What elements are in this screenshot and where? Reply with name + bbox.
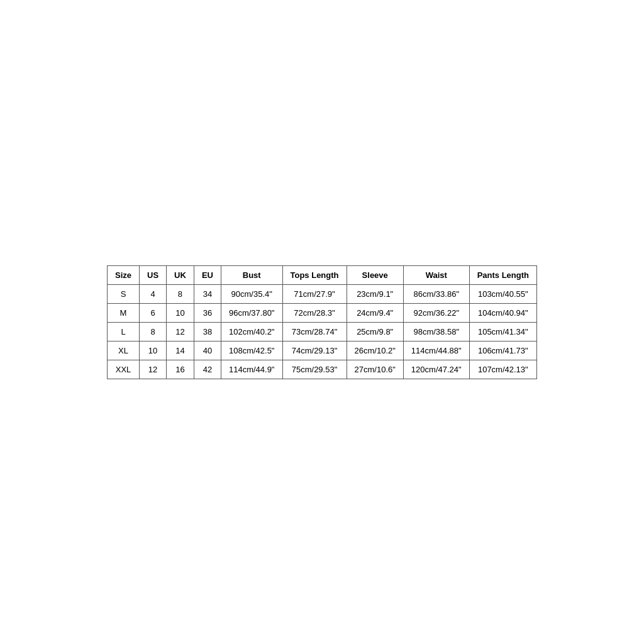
cell-uk-row0: 8 — [167, 284, 194, 303]
cell-sleeve-row4: 27cm/10.6" — [347, 360, 403, 379]
cell-pants_length-row0: 103cm/40.55" — [469, 284, 536, 303]
cell-waist-row4: 120cm/47.24" — [403, 360, 469, 379]
cell-eu-row4: 42 — [194, 360, 221, 379]
table-row: XL101440108cm/42.5"74cm/29.13"26cm/10.2"… — [108, 341, 537, 360]
cell-bust-row3: 108cm/42.5" — [221, 341, 282, 360]
cell-us-row2: 8 — [140, 322, 167, 341]
col-header-sleeve: Sleeve — [347, 265, 403, 284]
cell-pants_length-row3: 106cm/41.73" — [469, 341, 536, 360]
col-header-size: Size — [108, 265, 140, 284]
size-chart-container: Size US UK EU Bust Tops Length Sleeve Wa… — [107, 265, 537, 379]
table-row: L81238102cm/40.2"73cm/28.74"25cm/9.8"98c… — [108, 322, 537, 341]
cell-size-row1: M — [108, 303, 140, 322]
col-header-uk: UK — [167, 265, 194, 284]
cell-eu-row2: 38 — [194, 322, 221, 341]
cell-uk-row4: 16 — [167, 360, 194, 379]
cell-waist-row1: 92cm/36.22" — [403, 303, 469, 322]
cell-tops_length-row2: 73cm/28.74" — [282, 322, 347, 341]
cell-waist-row3: 114cm/44.88" — [403, 341, 469, 360]
cell-tops_length-row3: 74cm/29.13" — [282, 341, 347, 360]
cell-pants_length-row4: 107cm/42.13" — [469, 360, 536, 379]
table-row: XXL121642114cm/44.9"75cm/29.53"27cm/10.6… — [108, 360, 537, 379]
cell-pants_length-row2: 105cm/41.34" — [469, 322, 536, 341]
cell-bust-row4: 114cm/44.9" — [221, 360, 282, 379]
cell-size-row0: S — [108, 284, 140, 303]
cell-eu-row3: 40 — [194, 341, 221, 360]
table-row: M6103696cm/37.80"72cm/28.3"24cm/9.4"92cm… — [108, 303, 537, 322]
cell-uk-row1: 10 — [167, 303, 194, 322]
cell-size-row2: L — [108, 322, 140, 341]
cell-tops_length-row1: 72cm/28.3" — [282, 303, 347, 322]
cell-tops_length-row4: 75cm/29.53" — [282, 360, 347, 379]
cell-size-row4: XXL — [108, 360, 140, 379]
cell-sleeve-row3: 26cm/10.2" — [347, 341, 403, 360]
cell-sleeve-row0: 23cm/9.1" — [347, 284, 403, 303]
cell-us-row0: 4 — [140, 284, 167, 303]
cell-sleeve-row1: 24cm/9.4" — [347, 303, 403, 322]
cell-uk-row3: 14 — [167, 341, 194, 360]
col-header-us: US — [140, 265, 167, 284]
cell-eu-row0: 34 — [194, 284, 221, 303]
cell-eu-row1: 36 — [194, 303, 221, 322]
cell-waist-row0: 86cm/33.86" — [403, 284, 469, 303]
cell-bust-row2: 102cm/40.2" — [221, 322, 282, 341]
cell-waist-row2: 98cm/38.58" — [403, 322, 469, 341]
col-header-bust: Bust — [221, 265, 282, 284]
cell-uk-row2: 12 — [167, 322, 194, 341]
cell-bust-row0: 90cm/35.4" — [221, 284, 282, 303]
cell-us-row1: 6 — [140, 303, 167, 322]
cell-us-row4: 12 — [140, 360, 167, 379]
cell-us-row3: 10 — [140, 341, 167, 360]
col-header-waist: Waist — [403, 265, 469, 284]
cell-bust-row1: 96cm/37.80" — [221, 303, 282, 322]
table-header-row: Size US UK EU Bust Tops Length Sleeve Wa… — [108, 265, 537, 284]
cell-pants_length-row1: 104cm/40.94" — [469, 303, 536, 322]
col-header-tops-length: Tops Length — [282, 265, 347, 284]
cell-tops_length-row0: 71cm/27.9" — [282, 284, 347, 303]
col-header-pants-length: Pants Length — [469, 265, 536, 284]
cell-size-row3: XL — [108, 341, 140, 360]
table-row: S483490cm/35.4"71cm/27.9"23cm/9.1"86cm/3… — [108, 284, 537, 303]
col-header-eu: EU — [194, 265, 221, 284]
cell-sleeve-row2: 25cm/9.8" — [347, 322, 403, 341]
size-chart-table: Size US UK EU Bust Tops Length Sleeve Wa… — [107, 265, 537, 379]
